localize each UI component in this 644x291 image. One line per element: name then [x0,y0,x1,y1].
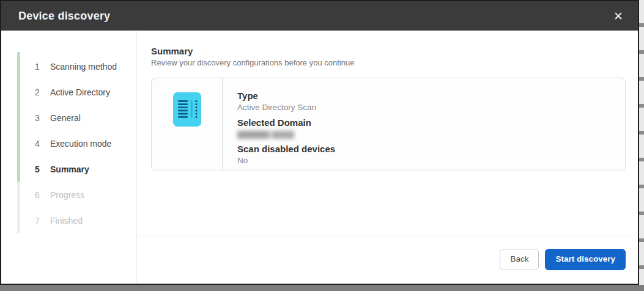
page-subtitle: Review your discovery configurations bef… [151,58,626,67]
step-number: 3 [35,113,50,123]
summary-field: Scan disabled devices No [237,143,335,166]
summary-fields: Type Active Directory Scan Selected Doma… [223,78,347,171]
background-page-strip [638,0,644,285]
step-general[interactable]: 3 General [1,105,136,131]
step-number: 6 [35,190,50,200]
field-label: Selected Domain [237,117,335,128]
screen: Device discovery ✕ 1 Scanning method 2 A… [0,0,644,291]
step-execution-mode[interactable]: 4 Execution mode [1,131,136,157]
step-label: General [50,113,81,123]
dialog-title: Device discovery [18,10,110,23]
step-number: 2 [35,87,50,97]
summary-card-icon-cell [152,78,223,171]
dialog-footer: Back Start discovery [136,235,638,284]
field-label: Type [237,90,335,101]
step-scanning-method[interactable]: 1 Scanning method [1,54,136,79]
step-progress: 6 Progress [1,182,136,208]
step-active-directory[interactable]: 2 Active Directory [1,79,136,105]
step-number: 1 [35,62,50,72]
start-discovery-button[interactable]: Start discovery [545,249,626,270]
field-value: Active Directory Scan [237,102,335,112]
step-label: Finished [50,216,83,226]
summary-content: Summary Review your discovery configurat… [136,31,638,235]
step-number: 4 [35,139,50,149]
steps-list: 1 Scanning method 2 Active Directory 3 G… [1,54,136,234]
main-panel: Summary Review your discovery configurat… [136,31,638,284]
page-title: Summary [151,46,626,56]
step-number: 7 [35,216,50,226]
scan-list-icon [173,92,201,171]
field-label: Scan disabled devices [237,143,335,155]
step-label: Execution mode [50,139,111,149]
summary-card: Type Active Directory Scan Selected Doma… [151,78,626,171]
dialog-titlebar: Device discovery ✕ [1,1,638,31]
step-summary[interactable]: 5 Summary [1,157,136,182]
wizard-sidebar: 1 Scanning method 2 Active Directory 3 G… [1,31,136,284]
redacted-value [237,131,294,139]
step-label: Active Directory [50,87,110,97]
back-button[interactable]: Back [500,249,539,270]
step-label: Progress [50,190,84,200]
device-discovery-dialog: Device discovery ✕ 1 Scanning method 2 A… [0,0,639,285]
dialog-body: 1 Scanning method 2 Active Directory 3 G… [1,31,638,284]
summary-field: Selected Domain [237,117,335,139]
step-finished: 7 Finished [1,208,136,234]
step-number: 5 [35,164,50,174]
step-label: Summary [50,164,89,174]
step-label: Scanning method [50,62,117,72]
summary-field: Type Active Directory Scan [237,90,335,112]
field-value: No [237,155,335,166]
close-icon[interactable]: ✕ [610,8,627,24]
